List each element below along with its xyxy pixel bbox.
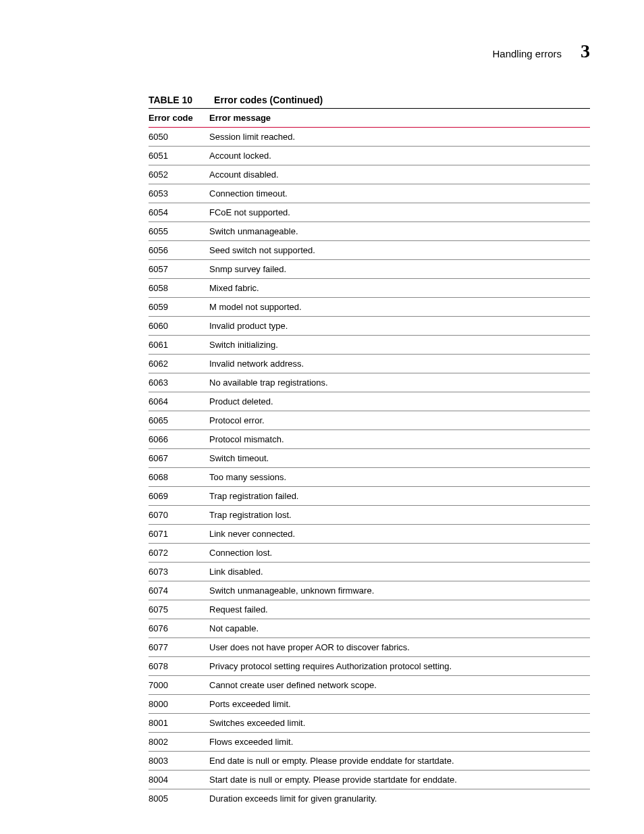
cell-error-message: Cannot create user defined network scope… [209,676,590,695]
cell-error-code: 6067 [149,449,209,468]
cell-error-code: 6065 [149,411,209,430]
cell-error-code: 8004 [149,771,209,789]
table-row: 6062Invalid network address. [149,355,590,373]
cell-error-code: 6075 [149,600,209,619]
table-row: 7000Cannot create user defined network s… [149,676,590,695]
cell-error-message: Flows exceeded limit. [209,733,590,752]
table-row: 6070Trap registration lost. [149,506,590,525]
cell-error-code: 6078 [149,657,209,676]
cell-error-message: Snmp survey failed. [209,260,590,279]
cell-error-message: Switches exceeded limit. [209,714,590,733]
cell-error-message: FCoE not supported. [209,203,590,222]
cell-error-code: 6055 [149,222,209,241]
cell-error-code: 6077 [149,638,209,657]
column-header-code: Error code [149,109,209,128]
header-chapter-number: 3 [581,41,590,62]
table-row: 6075Request failed. [149,600,590,619]
table-row: 6065Protocol error. [149,411,590,430]
cell-error-message: Product deleted. [209,392,590,411]
cell-error-code: 6056 [149,241,209,260]
table-row: 6073Link disabled. [149,563,590,581]
cell-error-message: Invalid network address. [209,355,590,373]
table-row: 6058Mixed fabric. [149,279,590,298]
cell-error-message: Link never connected. [209,525,590,544]
header-section: Handling errors [492,48,562,59]
table-row: 8001Switches exceeded limit. [149,714,590,733]
cell-error-code: 6064 [149,392,209,411]
cell-error-message: Seed switch not supported. [209,241,590,260]
cell-error-message: Start date is null or empty. Please prov… [209,771,590,789]
cell-error-code: 6068 [149,468,209,487]
table-row: 6050Session limit reached. [149,128,590,147]
page-header: Handling errors 3 [54,41,590,62]
table-row: 6051Account locked. [149,147,590,165]
cell-error-message: Privacy protocol setting requires Author… [209,657,590,676]
cell-error-message: Ports exceeded limit. [209,695,590,714]
cell-error-message: User does not have proper AOR to discove… [209,638,590,657]
cell-error-message: M model not supported. [209,298,590,317]
table-row: 6060Invalid product type. [149,317,590,336]
table-row: 8005Duration exceeds limit for given gra… [149,789,590,808]
cell-error-code: 6058 [149,279,209,298]
cell-error-code: 6050 [149,128,209,147]
page: Handling errors 3 TABLE 10 Error codes (… [0,0,644,834]
table-label: TABLE 10 [149,95,192,105]
cell-error-code: 6063 [149,373,209,392]
cell-error-code: 6072 [149,544,209,563]
cell-error-code: 6071 [149,525,209,544]
cell-error-code: 8000 [149,695,209,714]
table-row: 6066Protocol mismatch. [149,430,590,449]
cell-error-code: 6059 [149,298,209,317]
cell-error-code: 8002 [149,733,209,752]
cell-error-code: 6074 [149,581,209,600]
table-row: 6076Not capable. [149,619,590,638]
cell-error-message: Request failed. [209,600,590,619]
cell-error-message: Mixed fabric. [209,279,590,298]
cell-error-message: Switch initializing. [209,336,590,355]
cell-error-code: 8005 [149,789,209,808]
cell-error-message: Switch unmanageable. [209,222,590,241]
cell-error-message: End date is null or empty. Please provid… [209,752,590,771]
table-row: 6078Privacy protocol setting requires Au… [149,657,590,676]
table-row: 8003End date is null or empty. Please pr… [149,752,590,771]
table-row: 6054FCoE not supported. [149,203,590,222]
cell-error-message: Connection lost. [209,544,590,563]
cell-error-message: No available trap registrations. [209,373,590,392]
table-row: 6068Too many sessions. [149,468,590,487]
table-row: 6063No available trap registrations. [149,373,590,392]
cell-error-message: Trap registration lost. [209,506,590,525]
cell-error-message: Trap registration failed. [209,487,590,506]
cell-error-code: 6069 [149,487,209,506]
cell-error-code: 6057 [149,260,209,279]
cell-error-code: 6051 [149,147,209,165]
table-caption: Error codes (Continued) [214,95,323,105]
cell-error-message: Link disabled. [209,563,590,581]
table-row: 8002Flows exceeded limit. [149,733,590,752]
cell-error-message: Too many sessions. [209,468,590,487]
table-row: 6056Seed switch not supported. [149,241,590,260]
table-container: TABLE 10 Error codes (Continued) Error c… [149,95,590,808]
cell-error-message: Not capable. [209,619,590,638]
table-row: 6055Switch unmanageable. [149,222,590,241]
cell-error-message: Session limit reached. [209,128,590,147]
table-row: 8000Ports exceeded limit. [149,695,590,714]
table-row: 6071Link never connected. [149,525,590,544]
cell-error-code: 8003 [149,752,209,771]
table-row: 6067Switch timeout. [149,449,590,468]
cell-error-code: 7000 [149,676,209,695]
cell-error-code: 6070 [149,506,209,525]
cell-error-message: Account disabled. [209,165,590,184]
table-row: 8004Start date is null or empty. Please … [149,771,590,789]
table-row: 6059M model not supported. [149,298,590,317]
cell-error-code: 6054 [149,203,209,222]
table-row: 6061Switch initializing. [149,336,590,355]
column-header-message: Error message [209,109,590,128]
cell-error-message: Switch unmanageable, unknown firmware. [209,581,590,600]
table-body: 6050Session limit reached.6051Account lo… [149,128,590,808]
table-row: 6057Snmp survey failed. [149,260,590,279]
table-header-row: Error code Error message [149,109,590,128]
table-title-row: TABLE 10 Error codes (Continued) [149,95,590,105]
cell-error-message: Protocol mismatch. [209,430,590,449]
cell-error-message: Invalid product type. [209,317,590,336]
table-row: 6077User does not have proper AOR to dis… [149,638,590,657]
